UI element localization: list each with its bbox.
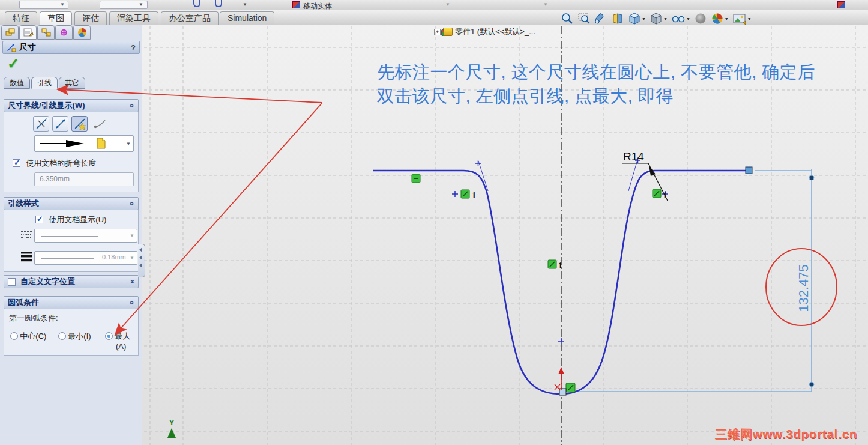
document-icon xyxy=(96,137,107,150)
dropdown-caret-icon[interactable]: ▼ xyxy=(60,2,65,7)
previous-view-icon[interactable] xyxy=(594,12,608,25)
use-doc-bend-checkbox[interactable] xyxy=(13,159,20,167)
leader-style-title: 引线样式 xyxy=(8,198,39,209)
tab-evaluate[interactable]: 评估 xyxy=(74,11,107,25)
arc-condition-body: 第一圆弧条件: 中心(C) 最小(I) 最大 (A) xyxy=(4,309,139,356)
dropdown-caret-icon[interactable]: ▼ xyxy=(445,2,450,7)
tab-office-products[interactable]: 办公室产品 xyxy=(161,11,219,25)
zoom-to-fit-icon[interactable] xyxy=(560,12,574,25)
dimension-icon xyxy=(7,43,16,52)
witness-leader-group: 尺寸界线/引线显示(W) « ▼ 使用文档的折弯长度 xyxy=(4,99,139,192)
arc-condition-group: 圆弧条件 « 第一圆弧条件: 中心(C) 最小(I) 最大 (A) xyxy=(4,296,139,356)
max-mnemonic: (A) xyxy=(116,342,130,351)
property-manager-tab[interactable] xyxy=(19,25,37,40)
leader-style-body: 使用文档显示(U) ▼ 0.18mm ▼ xyxy=(4,210,139,272)
tab-other[interactable]: 其它 xyxy=(59,77,85,89)
radio-min[interactable]: 最小(I) xyxy=(58,331,91,342)
line-thickness-combo[interactable]: 0.18mm ▼ xyxy=(34,251,137,265)
leader-style-header[interactable]: 引线样式 « xyxy=(4,197,139,210)
custom-text-group: 自定义文字位置 « xyxy=(4,275,139,288)
dimxpert-manager-tab[interactable]: ⊕ xyxy=(55,25,73,40)
view-orientation-icon[interactable]: ▼ xyxy=(627,12,646,25)
panel-title: 尺寸 xyxy=(19,42,36,53)
leader-curve-icon[interactable] xyxy=(93,117,109,131)
axis-arrow-icon xyxy=(167,428,176,438)
custom-text-header[interactable]: 自定义文字位置 « xyxy=(4,275,139,288)
custom-text-checkbox[interactable] xyxy=(8,278,16,286)
zoom-to-area-icon[interactable] xyxy=(577,12,591,25)
line-thickness-icon xyxy=(20,251,33,262)
tab-render-tools[interactable]: 渲染工具 xyxy=(109,11,158,25)
custom-text-title: 自定义文字位置 xyxy=(20,276,75,287)
arc-condition-header[interactable]: 圆弧条件 « xyxy=(4,296,139,309)
line-style-icon xyxy=(20,229,33,240)
hide-show-items-icon[interactable]: ▼ xyxy=(671,12,691,25)
section-view-icon[interactable] xyxy=(610,12,625,25)
smart-arrows-button[interactable] xyxy=(71,116,88,132)
dimension-sub-tabs: 数值 引线 其它 xyxy=(4,77,86,89)
dropdown-caret-icon[interactable]: ▼ xyxy=(139,2,143,7)
move-entities-icon[interactable] xyxy=(292,1,300,8)
configuration-manager-tab[interactable] xyxy=(37,25,55,40)
tab-features[interactable]: 特征 xyxy=(5,11,37,25)
use-doc-display-label: 使用文档显示(U) xyxy=(49,215,106,224)
first-arc-label: 第一圆弧条件: xyxy=(9,313,58,324)
panel-splitter-handle[interactable] xyxy=(138,244,145,277)
part-label[interactable]: 零件1 (默认<<默认>_... xyxy=(455,26,535,37)
instruction-line-2: 双击该尺寸, 左侧点引线, 点最大, 即得 xyxy=(377,84,833,108)
apply-scene-icon[interactable]: ▼ xyxy=(732,12,752,25)
collapse-chevron-icon[interactable]: « xyxy=(128,202,137,206)
dropdown-caret-icon[interactable]: ▼ xyxy=(243,2,247,7)
witness-group-title: 尺寸界线/引线显示(W) xyxy=(8,100,85,111)
use-doc-bend-label: 使用文档的折弯长度 xyxy=(26,159,96,168)
shaded-sphere-icon[interactable] xyxy=(693,12,708,25)
toolbar-icon[interactable] xyxy=(215,0,222,7)
radio-max[interactable]: 最大 (A) xyxy=(105,331,130,351)
bend-length-field[interactable]: 6.350mm xyxy=(34,172,134,186)
headsup-view-toolbar: ▼ ▼ ▼ ▼ ▼ xyxy=(560,11,752,26)
use-doc-bend-row: 使用文档的折弯长度 xyxy=(13,158,96,169)
line-style-combo[interactable]: ▼ xyxy=(34,229,137,243)
instruction-note: 先标注一个尺寸, 这个尺寸线在圆心上, 不要管他, 确定后 双击该尺寸, 左侧点… xyxy=(377,60,833,108)
dropdown-caret-icon[interactable]: ▼ xyxy=(124,141,133,147)
collapse-chevron-icon[interactable]: « xyxy=(128,301,137,305)
dropdown-caret-icon[interactable]: ▼ xyxy=(127,255,137,261)
toolbar-icon[interactable] xyxy=(837,1,845,8)
use-doc-display-row: 使用文档显示(U) xyxy=(35,214,106,225)
leader-style-group: 引线样式 « 使用文档显示(U) ▼ 0.18mm ▼ xyxy=(4,197,139,272)
manager-tab-row: ⊕ xyxy=(1,25,91,40)
part-icon xyxy=(443,28,453,36)
top-toolbar-strip: ▼ ▼ ▼ 移动实体 ▼ ▼ xyxy=(0,0,868,10)
feature-manager-tab[interactable] xyxy=(1,25,19,40)
inside-arrows-button[interactable] xyxy=(52,116,68,132)
witness-group-header[interactable]: 尺寸界线/引线显示(W) « xyxy=(4,99,139,112)
feature-tree-flyout: + 零件1 (默认<<默认>_... xyxy=(434,26,535,37)
arc-condition-title: 圆弧条件 xyxy=(8,297,39,308)
edit-appearance-icon[interactable]: ▼ xyxy=(710,12,729,25)
help-button[interactable]: ? xyxy=(131,43,136,52)
tab-value[interactable]: 数值 xyxy=(4,77,30,89)
display-manager-tab[interactable] xyxy=(73,25,91,40)
tab-sketch[interactable]: 草图 xyxy=(40,11,72,25)
panel-title-bar: 尺寸 ? xyxy=(2,41,140,54)
tree-expander[interactable]: + xyxy=(434,29,441,35)
expand-chevron-icon[interactable]: « xyxy=(128,280,137,284)
ok-check-button[interactable]: ✓ xyxy=(7,55,19,72)
toolbar-icon[interactable] xyxy=(193,0,200,7)
tab-leaders[interactable]: 引线 xyxy=(31,77,58,89)
tab-simulation[interactable]: Simulation xyxy=(220,11,274,25)
collapse-chevron-icon[interactable]: « xyxy=(128,104,137,108)
radio-center[interactable]: 中心(C) xyxy=(10,331,46,342)
outside-arrows-button[interactable] xyxy=(33,116,49,132)
property-manager-panel: ⊕ 尺寸 ? ✓ 数值 引线 其它 尺寸界线/引线显示(W) « xyxy=(0,24,142,445)
witness-group-body: ▼ 使用文档的折弯长度 6.350mm xyxy=(4,112,139,192)
dropdown-caret-icon[interactable]: ▼ xyxy=(543,2,548,7)
watermark: 三维网www.3dportal.cn xyxy=(715,426,857,443)
arrow-style-combo[interactable]: ▼ xyxy=(34,135,134,152)
use-doc-display-checkbox[interactable] xyxy=(35,216,43,223)
thickness-value: 0.18mm xyxy=(102,253,126,261)
instruction-line-1: 先标注一个尺寸, 这个尺寸线在圆心上, 不要管他, 确定后 xyxy=(377,60,833,84)
dropdown-caret-icon[interactable]: ▼ xyxy=(127,233,137,238)
axis-label: Y xyxy=(166,418,178,427)
display-style-icon[interactable]: ▼ xyxy=(649,12,668,25)
